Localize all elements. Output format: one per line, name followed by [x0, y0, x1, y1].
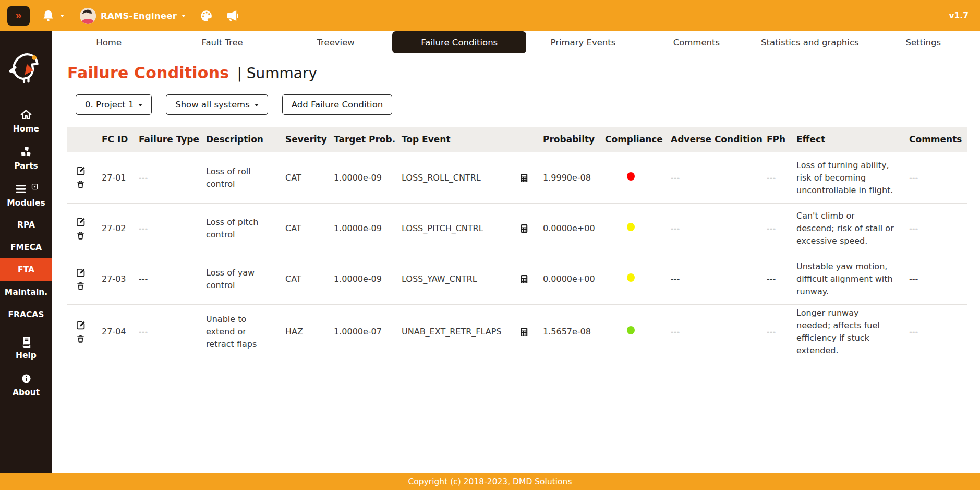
- probability: 1.9990e-08: [543, 170, 605, 186]
- edit-row-button[interactable]: [76, 267, 86, 278]
- tab-home[interactable]: Home: [52, 31, 165, 53]
- edit-row-button[interactable]: [76, 217, 86, 227]
- tab-comments[interactable]: Comments: [640, 31, 753, 53]
- target-prob: 1.0000e-09: [334, 170, 402, 186]
- calculator-button[interactable]: [519, 327, 529, 337]
- col-adverse-condition: Adverse Condition: [671, 131, 767, 149]
- probability: 0.0000e+00: [543, 220, 605, 237]
- palette-icon[interactable]: [199, 9, 213, 23]
- module-select-icon[interactable]: [31, 183, 39, 190]
- sidebar-item-label: RPA: [17, 220, 35, 230]
- add-failure-condition-button[interactable]: Add Failure Condition: [282, 94, 392, 115]
- comments: ---: [909, 170, 967, 186]
- main-content: Home Fault Tree Treeview Failure Conditi…: [52, 31, 980, 473]
- adverse-condition: ---: [671, 170, 767, 186]
- sidebar: Home Parts Modules RPA FMECA FTA Maintai…: [0, 31, 52, 473]
- avatar: [80, 8, 96, 24]
- col-failure-type: Failure Type: [139, 131, 206, 149]
- severity: CAT: [285, 220, 334, 237]
- table-row: 27-01 --- Loss of roll control CAT 1.000…: [67, 152, 967, 203]
- failure-type: ---: [139, 220, 206, 237]
- sidebar-item-help[interactable]: Help: [0, 329, 52, 366]
- sidebar-item-fmeca[interactable]: FMECA: [0, 236, 52, 258]
- info-icon: [21, 372, 32, 385]
- user-menu[interactable]: RAMS-Engineer: [80, 8, 186, 24]
- sidebar-item-parts[interactable]: Parts: [0, 139, 52, 176]
- sidebar-item-modules[interactable]: Modules: [0, 176, 52, 213]
- col-fc-id: FC ID: [102, 131, 139, 149]
- app-version: v1.7: [949, 11, 969, 20]
- bell-icon[interactable]: [41, 9, 55, 23]
- adverse-condition: ---: [671, 324, 767, 340]
- copyright-text: Copyright (c) 2018-2023, DMD Solutions: [408, 477, 572, 486]
- tab-treeview[interactable]: Treeview: [279, 31, 392, 53]
- sidebar-item-label: Help: [16, 351, 37, 360]
- target-prob: 1.0000e-07: [334, 324, 402, 340]
- failure-type: ---: [139, 170, 206, 186]
- sidebar-item-label: FTA: [18, 265, 34, 274]
- module-tab-bar: Home Fault Tree Treeview Failure Conditi…: [52, 31, 980, 53]
- tab-fault-tree[interactable]: Fault Tree: [165, 31, 279, 53]
- chevron-down-icon: [255, 104, 259, 106]
- delete-row-button[interactable]: [76, 180, 86, 190]
- compliance-indicator: [627, 326, 635, 334]
- top-event: LOSS_ROLL_CNTRL: [402, 170, 519, 186]
- severity: CAT: [285, 271, 334, 288]
- sidebar-item-label: FMECA: [10, 243, 42, 252]
- calculator-button[interactable]: [519, 223, 529, 234]
- table-header-row: FC ID Failure Type Description Severity …: [67, 127, 967, 152]
- page-subtitle: | Summary: [237, 65, 317, 82]
- failure-conditions-table: FC ID Failure Type Description Severity …: [67, 127, 967, 359]
- delete-row-button[interactable]: [76, 334, 86, 344]
- compliance-indicator: [627, 223, 635, 231]
- failure-type: ---: [139, 271, 206, 288]
- sidebar-item-about[interactable]: About: [0, 366, 52, 403]
- target-prob: 1.0000e-09: [334, 220, 402, 237]
- target-prob: 1.0000e-09: [334, 271, 402, 288]
- fc-id: 27-01: [102, 170, 139, 186]
- comments: ---: [909, 220, 967, 237]
- fph: ---: [767, 324, 796, 340]
- sidebar-item-maintain[interactable]: Maintain.: [0, 281, 52, 303]
- sidebar-item-rpa[interactable]: RPA: [0, 213, 52, 236]
- effect: Can't climb or descend; risk of stall or…: [796, 208, 909, 249]
- megaphone-icon[interactable]: [225, 8, 239, 23]
- page-title: Failure Conditions: [67, 64, 229, 82]
- fph: ---: [767, 271, 796, 288]
- edit-row-button[interactable]: [76, 165, 86, 176]
- delete-row-button[interactable]: [76, 231, 86, 241]
- tab-statistics-and-graphics[interactable]: Statistics and graphics: [753, 31, 866, 53]
- project-dropdown[interactable]: 0. Project 1: [76, 94, 152, 115]
- footer: Copyright (c) 2018-2023, DMD Solutions: [0, 473, 980, 490]
- top-bar: » RAMS-Engineer v1.7: [0, 0, 980, 31]
- sidebar-item-fta[interactable]: FTA: [0, 258, 52, 281]
- sidebar-item-fracas[interactable]: FRACAS: [0, 303, 52, 326]
- compliance-indicator: [627, 273, 635, 282]
- fph: ---: [767, 170, 796, 186]
- robin-logo-icon: [7, 46, 45, 85]
- sidebar-expand-button[interactable]: »: [7, 6, 30, 26]
- col-probability: Probabilty: [543, 131, 605, 149]
- table-row: 27-03 --- Loss of yaw control CAT 1.0000…: [67, 254, 967, 304]
- tab-failure-conditions[interactable]: Failure Conditions: [392, 31, 526, 53]
- severity: CAT: [285, 170, 334, 186]
- severity: HAZ: [285, 324, 334, 340]
- table-row: 27-04 --- Unable to extend or retract fl…: [67, 304, 967, 359]
- col-severity: Severity: [285, 131, 334, 149]
- systems-filter-dropdown[interactable]: Show all systems: [166, 94, 268, 115]
- user-caret-icon: [182, 15, 186, 17]
- col-description: Description: [206, 131, 285, 149]
- tab-primary-events[interactable]: Primary Events: [526, 31, 639, 53]
- tab-settings[interactable]: Settings: [867, 31, 980, 53]
- top-event: LOSS_YAW_CNTRL: [402, 271, 519, 288]
- col-calc: [519, 138, 543, 142]
- edit-row-button[interactable]: [76, 320, 86, 330]
- delete-row-button[interactable]: [76, 281, 86, 292]
- calculator-button[interactable]: [519, 274, 529, 284]
- sidebar-item-home[interactable]: Home: [0, 102, 52, 139]
- notifications-group[interactable]: [41, 9, 64, 23]
- effect: Unstable yaw motion, difficult alignment…: [796, 258, 909, 300]
- cubes-icon: [19, 145, 33, 159]
- calculator-button[interactable]: [519, 173, 529, 183]
- bell-caret-icon: [60, 15, 64, 17]
